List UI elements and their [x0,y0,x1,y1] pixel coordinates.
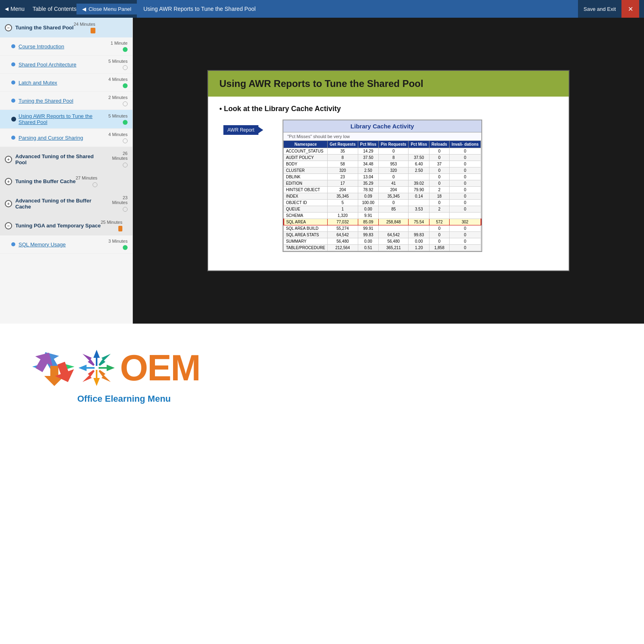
slide-title-text: Using AWR Reports to Tune the Shared Poo… [143,6,256,12]
toc-label: Table of Contents [33,6,76,12]
slide-header: Using AWR Reports to Tune the Shared Poo… [208,71,569,97]
group-title-tuning-buffer-cache: Tuning the Buffer Cache [15,178,76,184]
table-cell: 2 [429,206,450,213]
table-cell: 2.50 [358,167,379,174]
close-panel-label: Close Menu Panel [89,6,131,12]
sidebar-group-advanced-tuning-buffer[interactable]: + Advanced Tuning of the Buffer Cache 23… [0,191,132,216]
table-cell: HINTSET OBJECT [284,187,328,193]
sidebar-item-sql-memory[interactable]: SQL Memory Usage 3 Minutes [0,235,132,254]
close-panel-button[interactable]: ◀ Close Menu Panel [76,4,137,14]
table-cell: 85.09 [358,219,379,225]
table-note: "Pct Misses" should be very low [283,132,481,140]
item-meta-sql-memory: 3 Minutes [99,239,128,250]
table-cell: 0.00 [358,206,379,213]
table-row: SQL AREA BUILD55,27499.9100 [284,225,481,232]
table-cell: 0 [429,225,450,232]
table-cell: 0 [449,148,481,155]
table-cell: 99.91 [358,225,379,232]
close-x-icon: ✕ [628,5,633,13]
table-cell: OBJECT ID [284,200,328,206]
sidebar-item-tuning-shared-pool[interactable]: Tuning the Shared Pool 2 Minutes [0,92,132,110]
table-cell: 320 [328,167,358,174]
item-bullet [11,242,15,246]
status-icon-half [91,28,95,33]
table-cell: 0 [449,180,481,187]
status-dot-green [123,83,128,88]
close-panel-arrow-icon: ◀ [82,6,86,12]
th-namespace: Namespace [284,141,328,148]
top-bar: ◀ Menu Table of Contents ◀ Close Menu Pa… [0,0,644,18]
table-cell: 58 [328,161,358,167]
item-bullet [11,99,15,103]
status-icon-half [118,226,122,231]
table-cell: 85 [379,206,409,213]
group-minutes: 26 Minutes [106,151,128,161]
sidebar-group-tuning-pga[interactable]: − Tuning PGA and Temporary Space 25 Minu… [0,216,132,235]
sidebar-item-shared-pool-arch[interactable]: Shared Pool Architecture 5 Minutes [0,56,132,74]
table-cell: TABLE/PROCEDURE [284,245,328,251]
table-cell: 204 [379,187,409,193]
table-cell: SQL AREA BUILD [284,225,328,232]
table-cell: 212,564 [328,245,358,251]
table-row: OBJECT ID5100.00000 [284,200,481,206]
th-get-requests: Get Requests [328,141,358,148]
sidebar-item-parsing-cursor[interactable]: Parsing and Cursor Sharing 4 Minutes [0,129,132,147]
table-cell: 0 [429,238,450,245]
item-meta-parsing-cursor: 4 Minutes [99,132,128,143]
table-note-text: "Pct Misses" should be very low [287,134,350,139]
item-bullet [11,44,15,48]
table-cell: 41 [379,180,409,187]
sidebar-item-using-awr[interactable]: Using AWR Reports to Tune the Shared Poo… [0,110,132,129]
slide-title-bar: Using AWR Reports to Tune the Shared Poo… [137,0,578,18]
table-cell: 18 [429,193,450,200]
table-row: SQL AREA STATS64,54299.8364,54299.8300 [284,232,481,238]
table-cell: 302 [449,219,481,225]
table-cell: 56,480 [379,238,409,245]
table-cell: 0 [429,167,450,174]
save-exit-button[interactable]: Save and Exit [578,4,621,14]
oem-subtitle: Office Elearning Menu [32,394,171,404]
logo-section: OEM Office Elearning Menu [0,324,644,428]
table-cell: 0 [449,174,481,180]
expand-icon: + [5,200,12,207]
table-cell: 13.04 [358,174,379,180]
item-title-course-intro: Course Introduction [19,43,99,50]
table-row: BODY5834.489536.40370 [284,161,481,167]
oem-logo-text: OEM [120,350,200,386]
table-cell: EDITION [284,180,328,187]
sidebar-item-course-intro[interactable]: Course Introduction 1 Minute [0,37,132,56]
group-title-tuning-shared-pool: Tuning the Shared Pool [15,25,74,31]
table-cell: 37 [429,161,450,167]
table-cell: 0 [379,174,409,180]
table-cell: 0 [429,232,450,238]
table-cell: 100.00 [358,200,379,206]
item-meta-latch-mutex: 4 Minutes [99,77,128,88]
table-cell: 8 [379,155,409,161]
sidebar-item-latch-mutex[interactable]: Latch and Mutex 4 Minutes [0,74,132,92]
oem-arrows-icon [76,348,117,388]
status-dot-green [123,120,128,125]
table-cell: 0 [449,187,481,193]
close-button[interactable]: ✕ [621,0,639,18]
table-cell: CLUSTER [284,167,328,174]
table-cell [409,225,429,232]
table-cell: 0 [429,155,450,161]
status-dot-gray [123,207,128,212]
sidebar-group-tuning-shared-pool[interactable]: − Tuning the Shared Pool 24 Minutes [0,18,132,37]
library-cache-table: Namespace Get Requests Pct Miss Pin Requ… [283,140,481,251]
status-dot-green [123,47,128,52]
table-row: INDEX35,3450.0935,3450.14180 [284,193,481,200]
table-cell: 0 [449,232,481,238]
sidebar-group-advanced-tuning-shared[interactable]: + Advanced Tuning of the Shared Pool 26 … [0,147,132,171]
table-cell: SCHEMA [284,213,328,219]
item-title-shared-pool-arch: Shared Pool Architecture [19,62,99,68]
menu-arrow-icon: ◀ [5,6,8,12]
group-minutes: 27 Minutes [76,175,97,180]
sidebar-group-tuning-buffer-cache[interactable]: + Tuning the Buffer Cache 27 Minutes [0,171,132,191]
table-cell [449,213,481,219]
menu-button[interactable]: ◀ Menu [5,6,25,12]
table-cell: 34.48 [358,161,379,167]
table-cell: 37.50 [358,155,379,161]
table-cell: 0 [429,200,450,206]
expand-icon: + [5,156,12,163]
